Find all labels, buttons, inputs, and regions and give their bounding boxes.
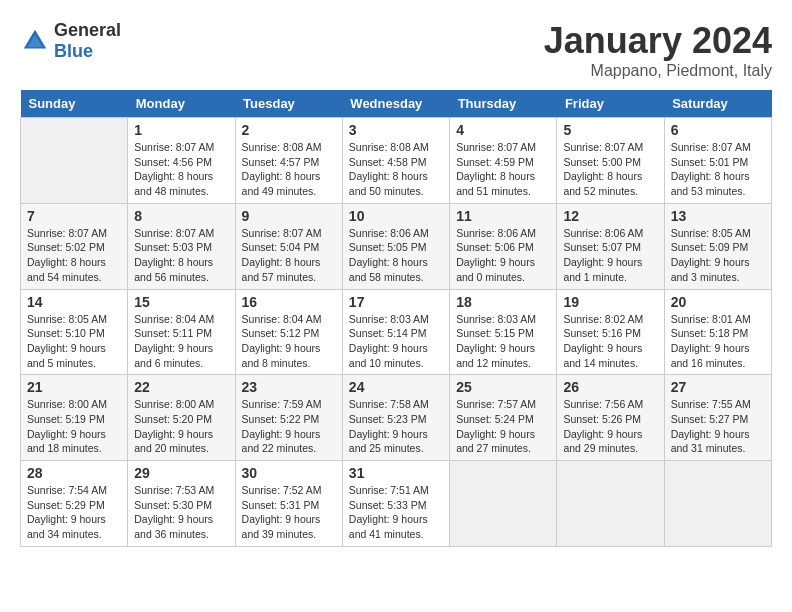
day-info: Sunrise: 8:01 AM Sunset: 5:18 PM Dayligh…	[671, 312, 765, 371]
calendar-cell: 30Sunrise: 7:52 AM Sunset: 5:31 PM Dayli…	[235, 461, 342, 547]
day-info: Sunrise: 8:00 AM Sunset: 5:19 PM Dayligh…	[27, 397, 121, 456]
weekday-header-friday: Friday	[557, 90, 664, 118]
calendar-header: SundayMondayTuesdayWednesdayThursdayFrid…	[21, 90, 772, 118]
day-info: Sunrise: 7:52 AM Sunset: 5:31 PM Dayligh…	[242, 483, 336, 542]
day-number: 1	[134, 122, 228, 138]
calendar-cell: 19Sunrise: 8:02 AM Sunset: 5:16 PM Dayli…	[557, 289, 664, 375]
day-info: Sunrise: 8:07 AM Sunset: 5:04 PM Dayligh…	[242, 226, 336, 285]
day-info: Sunrise: 7:59 AM Sunset: 5:22 PM Dayligh…	[242, 397, 336, 456]
day-number: 2	[242, 122, 336, 138]
calendar-cell: 12Sunrise: 8:06 AM Sunset: 5:07 PM Dayli…	[557, 203, 664, 289]
calendar-week-3: 14Sunrise: 8:05 AM Sunset: 5:10 PM Dayli…	[21, 289, 772, 375]
calendar-cell: 24Sunrise: 7:58 AM Sunset: 5:23 PM Dayli…	[342, 375, 449, 461]
weekday-header-wednesday: Wednesday	[342, 90, 449, 118]
calendar-cell: 9Sunrise: 8:07 AM Sunset: 5:04 PM Daylig…	[235, 203, 342, 289]
day-info: Sunrise: 8:03 AM Sunset: 5:14 PM Dayligh…	[349, 312, 443, 371]
calendar-week-1: 1Sunrise: 8:07 AM Sunset: 4:56 PM Daylig…	[21, 118, 772, 204]
calendar-cell: 3Sunrise: 8:08 AM Sunset: 4:58 PM Daylig…	[342, 118, 449, 204]
day-info: Sunrise: 8:08 AM Sunset: 4:57 PM Dayligh…	[242, 140, 336, 199]
calendar-cell: 16Sunrise: 8:04 AM Sunset: 5:12 PM Dayli…	[235, 289, 342, 375]
day-info: Sunrise: 8:07 AM Sunset: 4:56 PM Dayligh…	[134, 140, 228, 199]
calendar-cell	[664, 461, 771, 547]
day-number: 15	[134, 294, 228, 310]
day-info: Sunrise: 8:07 AM Sunset: 5:01 PM Dayligh…	[671, 140, 765, 199]
calendar-cell: 8Sunrise: 8:07 AM Sunset: 5:03 PM Daylig…	[128, 203, 235, 289]
calendar-cell: 26Sunrise: 7:56 AM Sunset: 5:26 PM Dayli…	[557, 375, 664, 461]
weekday-header-saturday: Saturday	[664, 90, 771, 118]
day-number: 26	[563, 379, 657, 395]
calendar-cell	[450, 461, 557, 547]
day-info: Sunrise: 8:04 AM Sunset: 5:12 PM Dayligh…	[242, 312, 336, 371]
day-number: 11	[456, 208, 550, 224]
day-number: 9	[242, 208, 336, 224]
day-number: 22	[134, 379, 228, 395]
day-number: 23	[242, 379, 336, 395]
weekday-header-tuesday: Tuesday	[235, 90, 342, 118]
calendar-cell: 31Sunrise: 7:51 AM Sunset: 5:33 PM Dayli…	[342, 461, 449, 547]
day-info: Sunrise: 8:04 AM Sunset: 5:11 PM Dayligh…	[134, 312, 228, 371]
day-info: Sunrise: 8:02 AM Sunset: 5:16 PM Dayligh…	[563, 312, 657, 371]
logo-blue-text: Blue	[54, 41, 121, 62]
day-info: Sunrise: 7:51 AM Sunset: 5:33 PM Dayligh…	[349, 483, 443, 542]
title-block: January 2024 Mappano, Piedmont, Italy	[544, 20, 772, 80]
calendar-table: SundayMondayTuesdayWednesdayThursdayFrid…	[20, 90, 772, 547]
calendar-cell: 18Sunrise: 8:03 AM Sunset: 5:15 PM Dayli…	[450, 289, 557, 375]
month-title: January 2024	[544, 20, 772, 62]
day-info: Sunrise: 7:57 AM Sunset: 5:24 PM Dayligh…	[456, 397, 550, 456]
day-info: Sunrise: 8:06 AM Sunset: 5:07 PM Dayligh…	[563, 226, 657, 285]
calendar-cell: 14Sunrise: 8:05 AM Sunset: 5:10 PM Dayli…	[21, 289, 128, 375]
logo-icon	[20, 26, 50, 56]
calendar-cell: 7Sunrise: 8:07 AM Sunset: 5:02 PM Daylig…	[21, 203, 128, 289]
day-number: 16	[242, 294, 336, 310]
day-info: Sunrise: 8:07 AM Sunset: 5:03 PM Dayligh…	[134, 226, 228, 285]
day-info: Sunrise: 7:55 AM Sunset: 5:27 PM Dayligh…	[671, 397, 765, 456]
calendar-cell: 13Sunrise: 8:05 AM Sunset: 5:09 PM Dayli…	[664, 203, 771, 289]
day-number: 17	[349, 294, 443, 310]
day-info: Sunrise: 8:08 AM Sunset: 4:58 PM Dayligh…	[349, 140, 443, 199]
calendar-cell: 22Sunrise: 8:00 AM Sunset: 5:20 PM Dayli…	[128, 375, 235, 461]
calendar-cell: 2Sunrise: 8:08 AM Sunset: 4:57 PM Daylig…	[235, 118, 342, 204]
day-number: 18	[456, 294, 550, 310]
calendar-body: 1Sunrise: 8:07 AM Sunset: 4:56 PM Daylig…	[21, 118, 772, 547]
day-info: Sunrise: 8:00 AM Sunset: 5:20 PM Dayligh…	[134, 397, 228, 456]
day-number: 7	[27, 208, 121, 224]
day-number: 4	[456, 122, 550, 138]
day-number: 19	[563, 294, 657, 310]
day-info: Sunrise: 8:03 AM Sunset: 5:15 PM Dayligh…	[456, 312, 550, 371]
calendar-cell: 29Sunrise: 7:53 AM Sunset: 5:30 PM Dayli…	[128, 461, 235, 547]
weekday-header-sunday: Sunday	[21, 90, 128, 118]
calendar-cell: 28Sunrise: 7:54 AM Sunset: 5:29 PM Dayli…	[21, 461, 128, 547]
day-number: 29	[134, 465, 228, 481]
day-info: Sunrise: 7:53 AM Sunset: 5:30 PM Dayligh…	[134, 483, 228, 542]
calendar-cell: 4Sunrise: 8:07 AM Sunset: 4:59 PM Daylig…	[450, 118, 557, 204]
calendar-cell: 23Sunrise: 7:59 AM Sunset: 5:22 PM Dayli…	[235, 375, 342, 461]
calendar-week-5: 28Sunrise: 7:54 AM Sunset: 5:29 PM Dayli…	[21, 461, 772, 547]
day-number: 14	[27, 294, 121, 310]
day-number: 27	[671, 379, 765, 395]
calendar-cell: 6Sunrise: 8:07 AM Sunset: 5:01 PM Daylig…	[664, 118, 771, 204]
page-header: General Blue January 2024 Mappano, Piedm…	[20, 20, 772, 80]
calendar-cell: 21Sunrise: 8:00 AM Sunset: 5:19 PM Dayli…	[21, 375, 128, 461]
calendar-cell: 11Sunrise: 8:06 AM Sunset: 5:06 PM Dayli…	[450, 203, 557, 289]
day-info: Sunrise: 7:56 AM Sunset: 5:26 PM Dayligh…	[563, 397, 657, 456]
day-info: Sunrise: 8:07 AM Sunset: 4:59 PM Dayligh…	[456, 140, 550, 199]
day-number: 13	[671, 208, 765, 224]
logo-general-text: General	[54, 20, 121, 41]
logo: General Blue	[20, 20, 121, 62]
weekday-header-thursday: Thursday	[450, 90, 557, 118]
day-info: Sunrise: 8:06 AM Sunset: 5:05 PM Dayligh…	[349, 226, 443, 285]
calendar-cell: 1Sunrise: 8:07 AM Sunset: 4:56 PM Daylig…	[128, 118, 235, 204]
location-subtitle: Mappano, Piedmont, Italy	[544, 62, 772, 80]
day-number: 28	[27, 465, 121, 481]
calendar-cell: 5Sunrise: 8:07 AM Sunset: 5:00 PM Daylig…	[557, 118, 664, 204]
calendar-cell: 10Sunrise: 8:06 AM Sunset: 5:05 PM Dayli…	[342, 203, 449, 289]
day-number: 24	[349, 379, 443, 395]
calendar-week-2: 7Sunrise: 8:07 AM Sunset: 5:02 PM Daylig…	[21, 203, 772, 289]
day-number: 30	[242, 465, 336, 481]
day-info: Sunrise: 8:07 AM Sunset: 5:02 PM Dayligh…	[27, 226, 121, 285]
calendar-cell	[557, 461, 664, 547]
day-number: 31	[349, 465, 443, 481]
day-number: 6	[671, 122, 765, 138]
day-info: Sunrise: 7:54 AM Sunset: 5:29 PM Dayligh…	[27, 483, 121, 542]
day-info: Sunrise: 8:07 AM Sunset: 5:00 PM Dayligh…	[563, 140, 657, 199]
